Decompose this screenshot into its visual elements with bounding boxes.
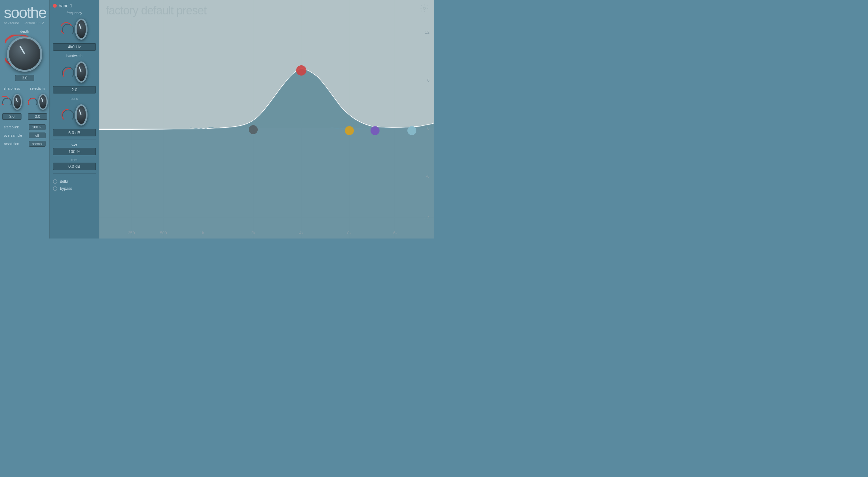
bandwidth-control: bandwidth 2.0 (53, 54, 96, 94)
trim-label: trim (53, 158, 96, 162)
svg-point-30 (407, 126, 416, 135)
selectivity-value[interactable]: 3.0 (28, 113, 47, 120)
left-panel: soothe oeksound version 1.1.2 depth 3.0 (0, 0, 50, 238)
sharpness-knob[interactable] (12, 94, 22, 110)
svg-text:0: 0 (427, 126, 430, 131)
company-name: oeksound (4, 21, 19, 25)
svg-text:-6: -6 (426, 174, 430, 179)
selectivity-knob-arc (27, 92, 48, 112)
svg-text:500: 500 (160, 231, 167, 235)
bypass-toggle[interactable] (53, 186, 57, 191)
plugin-name: soothe (4, 5, 46, 21)
trim-value[interactable]: 0.0 dB (53, 163, 96, 170)
bypass-label: bypass (60, 186, 72, 191)
wet-label: wet (53, 143, 96, 147)
sens-knob[interactable] (75, 104, 88, 126)
svg-text:2k: 2k (251, 231, 255, 235)
svg-point-28 (345, 126, 354, 135)
depth-knob[interactable] (7, 36, 42, 72)
sharpness-arc-svg (2, 92, 12, 112)
bandwidth-arc-svg (61, 59, 75, 85)
stereolink-value[interactable]: 100 % (29, 124, 45, 130)
svg-text:250: 250 (128, 231, 135, 235)
bandwidth-knob-arc (61, 59, 88, 85)
oversample-label: oversample (4, 134, 27, 137)
resolution-value[interactable]: normal (29, 141, 45, 147)
delta-label: delta (60, 179, 68, 184)
svg-text:1k: 1k (200, 231, 204, 235)
stereolink-row: stereolink 100 % (4, 124, 45, 130)
oversample-row: oversample off (4, 133, 45, 138)
frequency-arc-svg (61, 16, 75, 42)
plugin-container: soothe oeksound version 1.1.2 depth 3.0 (0, 0, 434, 238)
svg-text:16k: 16k (391, 231, 398, 235)
depth-label: depth (20, 29, 29, 33)
trim-control: trim 0.0 dB (53, 158, 96, 170)
resolution-row: resolution normal (4, 141, 45, 147)
sharpness-label: sharpness (4, 87, 20, 90)
bandwidth-knob[interactable] (75, 62, 88, 82)
selectivity-label: selectivity (30, 87, 45, 90)
small-knobs-row: sharpness 3.6 selectivity (4, 87, 45, 120)
band-dot (53, 4, 57, 8)
svg-text:4k: 4k (299, 231, 304, 235)
sharpness-value[interactable]: 3.6 (2, 113, 22, 120)
svg-text:12: 12 (425, 30, 430, 35)
sens-label: sens (70, 97, 78, 101)
svg-text:8k: 8k (347, 231, 352, 235)
selectivity-control: selectivity 3.0 (27, 87, 48, 120)
frequency-knob-arc (61, 16, 88, 42)
svg-text:-12: -12 (424, 215, 430, 220)
frequency-label: frequency (67, 11, 82, 15)
sens-arc-svg (61, 102, 75, 128)
divider-1 (53, 140, 96, 140)
depth-value[interactable]: 3.0 (15, 75, 34, 81)
svg-point-29 (371, 126, 379, 135)
stereolink-label: stereolink (4, 125, 27, 129)
divider-2 (53, 173, 96, 173)
oversample-value[interactable]: off (29, 133, 45, 138)
selectivity-knob[interactable] (38, 94, 48, 110)
middle-panel: band 1 frequency 4k0 Hz bandwidth (50, 0, 99, 238)
depth-knob-arc (5, 35, 44, 74)
depth-control: depth 3.0 (4, 29, 45, 81)
sens-knob-arc (61, 102, 88, 128)
wet-control: wet 100 % (53, 143, 96, 155)
wet-value[interactable]: 100 % (53, 148, 96, 155)
delta-toggle[interactable] (53, 179, 57, 184)
frequency-value[interactable]: 4k0 Hz (53, 43, 96, 50)
eq-panel: factory default preset (99, 0, 434, 238)
resolution-label: resolution (4, 142, 27, 146)
frequency-control: frequency 4k0 Hz (53, 11, 96, 50)
sens-value[interactable]: 6.0 dB (53, 129, 96, 136)
bandwidth-value[interactable]: 2.0 (53, 86, 96, 94)
svg-point-26 (249, 125, 258, 134)
sens-control: sens 6.0 dB (53, 97, 96, 136)
plugin-meta: oeksound version 1.1.2 (4, 21, 44, 25)
version-label: version 1.1.2 (24, 21, 44, 25)
svg-text:6: 6 (427, 78, 430, 82)
bypass-toggle-row: bypass (53, 186, 96, 191)
frequency-knob[interactable] (75, 19, 88, 40)
delta-toggle-row: delta (53, 179, 96, 184)
sharpness-knob-arc (2, 92, 22, 112)
sharpness-control: sharpness 3.6 (2, 87, 22, 120)
band-label: band 1 (59, 3, 72, 8)
band-header: band 1 (53, 3, 72, 8)
svg-point-27 (296, 65, 306, 75)
eq-svg: 12 6 0 -6 -12 250 500 1k 2k 4k 8k 16k (99, 0, 434, 238)
bandwidth-label: bandwidth (66, 54, 82, 58)
selectivity-arc-svg (27, 92, 38, 112)
